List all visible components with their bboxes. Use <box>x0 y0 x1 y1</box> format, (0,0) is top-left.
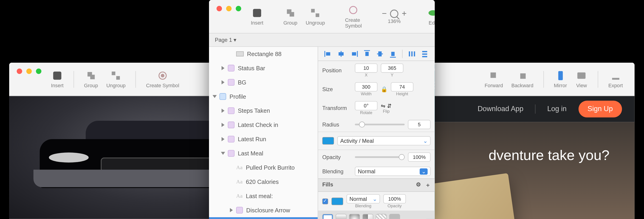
w-input[interactable]: 300 <box>355 82 377 92</box>
traffic-lights[interactable] <box>17 68 41 74</box>
backward-button[interactable]: Backward <box>511 70 533 88</box>
magnifier-icon <box>390 10 398 18</box>
layer-label: Latest Check in <box>238 122 278 128</box>
fill-enabled-checkbox[interactable] <box>322 198 328 204</box>
disclosure-triangle-icon[interactable] <box>230 208 233 212</box>
fill-opacity-input[interactable]: 100% <box>383 194 406 204</box>
svg-rect-41 <box>414 51 415 56</box>
view-button[interactable]: View <box>575 70 588 88</box>
align-controls[interactable] <box>318 47 435 61</box>
layer-row[interactable]: Last Meal <box>209 146 326 160</box>
rotate-input[interactable]: 0° <box>355 101 377 110</box>
gear-icon[interactable]: ⚙ <box>416 181 421 189</box>
create-symbol-button[interactable]: Create Symbol <box>345 4 362 29</box>
svg-rect-7 <box>520 73 526 79</box>
group-button[interactable]: Group <box>84 70 98 88</box>
layer-label: BG <box>238 79 246 86</box>
svg-rect-13 <box>311 9 315 12</box>
h-input[interactable]: 74 <box>391 82 414 92</box>
hero-headline: dventure take you? <box>488 147 609 164</box>
folder-icon <box>228 65 234 72</box>
layer-row[interactable]: Disclosure Arrow <box>209 203 326 218</box>
fill-blend-select[interactable]: Normal⌄ <box>346 194 380 204</box>
add-icon[interactable]: ＋ <box>425 181 431 189</box>
radius-slider[interactable] <box>355 124 405 125</box>
folder-icon <box>220 93 226 100</box>
fill-swatch[interactable] <box>332 198 343 205</box>
download-link[interactable]: Download App <box>478 105 524 113</box>
export-button[interactable]: Export <box>608 70 623 88</box>
svg-rect-42 <box>422 51 428 52</box>
fill-type-tabs[interactable] <box>318 210 435 219</box>
svg-rect-4 <box>116 76 120 80</box>
x-input[interactable]: 10 <box>355 64 377 73</box>
insert-button[interactable]: Insert <box>51 70 64 88</box>
opacity-input[interactable]: 100% <box>408 152 430 162</box>
fill-flat-icon[interactable] <box>322 214 333 219</box>
group-button[interactable]: Group <box>284 7 298 26</box>
ungroup-button[interactable]: Ungroup <box>106 70 126 88</box>
disclosure-triangle-icon[interactable] <box>222 66 224 70</box>
layer-row[interactable]: Status Bar <box>209 61 326 75</box>
create-symbol-button[interactable]: Create Symbol <box>146 70 179 88</box>
fill-pattern-icon[interactable] <box>376 214 386 219</box>
edit-button[interactable]: Edit <box>427 7 435 26</box>
layer-row[interactable]: Latest Run <box>209 132 326 146</box>
layer-row[interactable]: Profile <box>209 89 326 104</box>
layer-row[interactable]: Latest Check in <box>209 118 326 132</box>
traffic-lights[interactable] <box>216 6 241 11</box>
svg-rect-9 <box>578 72 586 79</box>
disclosure-triangle-icon[interactable] <box>221 152 225 155</box>
toolbar-main: Insert Group Ungroup Create Symbol −+136… <box>209 0 435 34</box>
layer-label: Last Meal <box>238 150 263 156</box>
svg-rect-12 <box>290 12 294 16</box>
svg-rect-40 <box>411 51 412 56</box>
opacity-slider[interactable] <box>355 156 405 158</box>
fill-noise-icon[interactable] <box>389 214 400 219</box>
flip-h-icon[interactable]: ⇋ <box>381 102 386 109</box>
login-link[interactable]: Log in <box>547 105 566 113</box>
shape-layer-icon <box>236 52 244 56</box>
layer-row[interactable]: Steps Taken <box>209 104 326 118</box>
layer-row[interactable]: AaPulled Pork Burrito <box>209 160 326 175</box>
folder-icon <box>228 108 234 114</box>
svg-rect-10 <box>253 9 261 17</box>
y-input[interactable]: 365 <box>381 64 403 73</box>
signup-button[interactable]: Sign Up <box>578 101 622 118</box>
disclosure-triangle-icon[interactable] <box>222 137 224 141</box>
layer-label: Status Bar <box>238 65 265 72</box>
layer-row[interactable]: Rectangle 88 <box>209 47 326 61</box>
layer-row[interactable]: AaLast meal: <box>209 189 326 203</box>
svg-rect-3 <box>112 72 116 75</box>
disclosure-triangle-icon[interactable] <box>222 123 224 127</box>
layer-name-select[interactable]: Activity / Meal⌄ <box>338 136 431 145</box>
layer-row[interactable]: Shape <box>209 217 326 219</box>
lock-icon[interactable]: 🔒 <box>381 86 388 92</box>
insert-button[interactable]: Insert <box>251 7 264 26</box>
flip-v-icon[interactable]: ⇵ <box>387 102 392 109</box>
layer-label: Latest Run <box>238 136 266 142</box>
fill-linear-icon[interactable] <box>336 214 346 219</box>
disclosure-triangle-icon[interactable] <box>222 80 224 84</box>
radius-input[interactable]: 5 <box>408 120 430 129</box>
svg-rect-14 <box>316 13 320 17</box>
sketch-window-main: Insert Group Ungroup Create Symbol −+136… <box>209 0 435 219</box>
svg-rect-30 <box>338 52 344 56</box>
layer-label: Last meal: <box>246 192 273 199</box>
fills-header: Fills⚙＋ <box>318 178 435 192</box>
mirror-button[interactable]: Mirror <box>554 70 567 88</box>
disclosure-triangle-icon[interactable] <box>222 108 224 113</box>
svg-rect-39 <box>409 51 410 56</box>
svg-rect-44 <box>422 56 428 57</box>
fill-radial-icon[interactable] <box>349 214 360 219</box>
layer-row[interactable]: BG <box>209 75 326 90</box>
zoom-control[interactable]: −+136% <box>382 9 406 24</box>
forward-button[interactable]: Forward <box>484 70 503 88</box>
fill-angular-icon[interactable] <box>362 214 373 219</box>
disclosure-triangle-icon[interactable] <box>212 95 216 98</box>
blending-select[interactable]: Normal⌄ <box>355 167 430 176</box>
page-bar[interactable]: Page 1 ▾ <box>209 34 435 47</box>
folder-icon <box>228 136 234 142</box>
ungroup-button[interactable]: Ungroup <box>306 7 325 26</box>
layer-row[interactable]: Aa620 Calories <box>209 175 326 189</box>
